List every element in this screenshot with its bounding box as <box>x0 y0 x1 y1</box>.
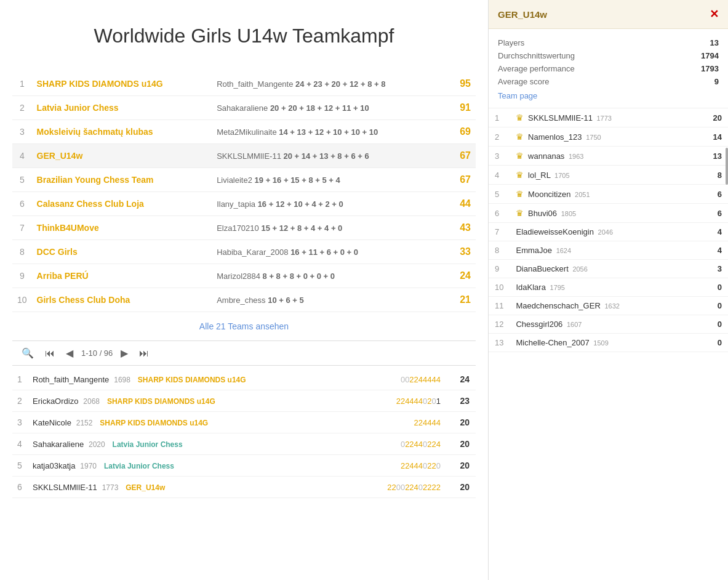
rp-name[interactable]: Bhuvi06 <box>528 209 557 218</box>
team-page-link[interactable]: Team page <box>498 91 719 100</box>
rp-name[interactable]: Chessgirl206 <box>516 320 562 329</box>
team-total: 33 <box>448 240 476 264</box>
rp-name[interactable]: EmmaJoe <box>516 246 552 255</box>
crown-icon: ♛ <box>516 113 524 123</box>
team-scores: 20 + 14 + 13 + 8 + 6 + 6 <box>284 151 369 161</box>
rp-rating: 1705 <box>554 172 569 179</box>
players-label: Players <box>498 38 524 47</box>
team-name[interactable]: Girls Chess Club Doha <box>37 295 130 305</box>
team-total: 69 <box>448 120 476 144</box>
rp-rating: 2056 <box>572 265 587 273</box>
right-panel-title: GER_U14w <box>498 9 547 20</box>
rp-name[interactable]: Michelle-Chen_2007 <box>516 338 589 347</box>
rp-rank: 4 <box>489 166 510 185</box>
player-rank: 1 <box>12 369 28 390</box>
team-name[interactable]: Arriba PERÚ <box>37 271 89 281</box>
avg-perf-label: Average performance <box>498 64 575 73</box>
rp-name[interactable]: DianaBueckert <box>516 264 568 273</box>
player-name[interactable]: SKKLSLMMlIE-11 <box>33 483 97 492</box>
right-player-table: 1 ♛ SKKLSLMMlIE-11 1773 20 2 ♛ Namenlos_… <box>489 108 728 352</box>
player-name[interactable]: KateNicole <box>33 418 71 427</box>
player-name[interactable]: Roth_faith_Mangente <box>33 375 109 384</box>
team-row: 7 ThinkB4UMove Elza170210 15 + 12 + 8 + … <box>12 216 476 240</box>
player-team[interactable]: GER_U14w <box>126 483 165 492</box>
team-name[interactable]: DCC Girls <box>37 247 78 257</box>
player-rank: 4 <box>12 433 28 455</box>
team-name[interactable]: Moksleivių šachmatų klubas <box>37 127 153 137</box>
avg-score-value: 9 <box>714 77 719 86</box>
team-name[interactable]: ThinkB4UMove <box>37 223 99 233</box>
rp-score: 20 <box>694 108 728 127</box>
see-all-link[interactable]: Alle 21 Teams ansehen <box>12 312 476 340</box>
last-page-button[interactable]: ⏭ <box>136 347 152 360</box>
player-team[interactable]: SHARP KIDS DIAMONDS u14G <box>138 376 246 384</box>
player-team[interactable]: Latvia Junior Chess <box>104 462 174 470</box>
crown-icon: ♛ <box>516 151 524 161</box>
rp-info: ♛ SKKLSLMMlIE-11 1773 <box>510 108 694 127</box>
rp-info: IdaKlara 1795 <box>510 278 694 297</box>
player-score-digits: 002244444 <box>353 369 446 390</box>
player-rating: 1773 <box>102 483 119 492</box>
player-rating: 2020 <box>89 440 105 449</box>
rp-name[interactable]: Mooncitizen <box>528 190 570 199</box>
rp-score: 6 <box>694 204 728 223</box>
player-total: 20 <box>446 455 476 477</box>
team-name[interactable]: Latvia Junior Chess <box>37 103 119 113</box>
player-name[interactable]: Sahakaraliene <box>33 440 84 449</box>
search-button[interactable]: 🔍 <box>18 346 37 360</box>
next-page-button[interactable]: ▶ <box>118 346 131 360</box>
scrollbar[interactable] <box>726 148 728 185</box>
team-row: 2 Latvia Junior Chess Sahakaraliene 20 +… <box>12 96 476 120</box>
player-rank: 6 <box>12 477 28 498</box>
player-team[interactable]: SHARP KIDS DIAMONDS u14G <box>107 397 215 406</box>
team-name[interactable]: Brazilian Young Chess Team <box>37 175 154 185</box>
rp-rating: 1805 <box>561 210 576 217</box>
close-button[interactable]: ✕ <box>710 7 719 21</box>
player-name[interactable]: katja03katja <box>33 461 75 470</box>
rp-name[interactable]: SKKLSLMMlIE-11 <box>528 113 593 123</box>
crown-icon: ♛ <box>516 208 524 218</box>
right-player-row: 9 DianaBueckert 2056 3 <box>489 260 728 278</box>
team-name-cell: ThinkB4UMove <box>32 216 212 240</box>
prev-page-button[interactable]: ◀ <box>63 346 76 360</box>
team-table: 1 SHARP KIDS DIAMONDS u14G Roth_faith_Ma… <box>12 72 476 312</box>
player-row: 1 Roth_faith_Mangente 1698 SHARP KIDS DI… <box>12 369 476 390</box>
player-score-digits: 224444 <box>353 412 446 433</box>
team-name-cell: GER_U14w <box>32 144 212 168</box>
rp-rank: 8 <box>489 241 510 260</box>
player-row: 6 SKKLSLMMlIE-11 1773 GER_U14w 220022402… <box>12 477 476 498</box>
rp-name[interactable]: IdaKlara <box>516 283 545 292</box>
rp-name[interactable]: Namenlos_123 <box>528 132 582 142</box>
rp-name[interactable]: lol_RL <box>528 171 550 180</box>
team-name[interactable]: SHARP KIDS DIAMONDS u14G <box>37 79 163 89</box>
rp-name[interactable]: EladieweisseKoenigin <box>516 227 593 236</box>
team-scores: 15 + 12 + 8 + 4 + 4 + 0 <box>261 224 342 233</box>
team-player-name: SKKLSLMMlIE-11 <box>217 151 281 161</box>
player-total: 20 <box>446 412 476 433</box>
player-team[interactable]: SHARP KIDS DIAMONDS u14G <box>100 419 208 427</box>
rp-score: 4 <box>694 241 728 260</box>
player-team[interactable]: Latvia Junior Chess <box>113 440 183 449</box>
team-rank: 9 <box>12 264 32 288</box>
team-player-scores: Livialeite2 19 + 16 + 15 + 8 + 5 + 4 <box>212 168 448 192</box>
player-info: ErickaOrdizo 2068 SHARP KIDS DIAMONDS u1… <box>28 390 353 412</box>
crown-icon: ♛ <box>516 189 524 199</box>
team-name[interactable]: GER_U14w <box>37 151 83 161</box>
rp-name[interactable]: wannanas <box>528 151 564 161</box>
team-player-name: Elza170210 <box>217 224 259 233</box>
player-name[interactable]: ErickaOrdizo <box>33 397 78 406</box>
right-player-row: 7 EladieweisseKoenigin 2046 4 <box>489 223 728 241</box>
rp-name[interactable]: Maedchenschach_GER <box>516 301 600 310</box>
rp-rank: 2 <box>489 127 510 147</box>
rp-info: ♛ Namenlos_123 1750 <box>510 127 694 147</box>
right-player-row: 4 ♛ lol_RL 1705 8 <box>489 166 728 185</box>
team-rank: 5 <box>12 168 32 192</box>
rp-rank: 1 <box>489 108 510 127</box>
team-name[interactable]: Calasanz Chess Club Loja <box>37 199 144 209</box>
player-total: 20 <box>446 477 476 498</box>
main-container: Worldwide Girls U14w Teamkampf 1 SHARP K… <box>0 0 728 580</box>
team-player-name: Ambre_chess <box>217 296 265 305</box>
rp-info: ♛ Bhuvi06 1805 <box>510 204 694 223</box>
team-scores: 16 + 12 + 10 + 4 + 2 + 0 <box>258 199 343 209</box>
first-page-button[interactable]: ⏮ <box>42 347 58 360</box>
